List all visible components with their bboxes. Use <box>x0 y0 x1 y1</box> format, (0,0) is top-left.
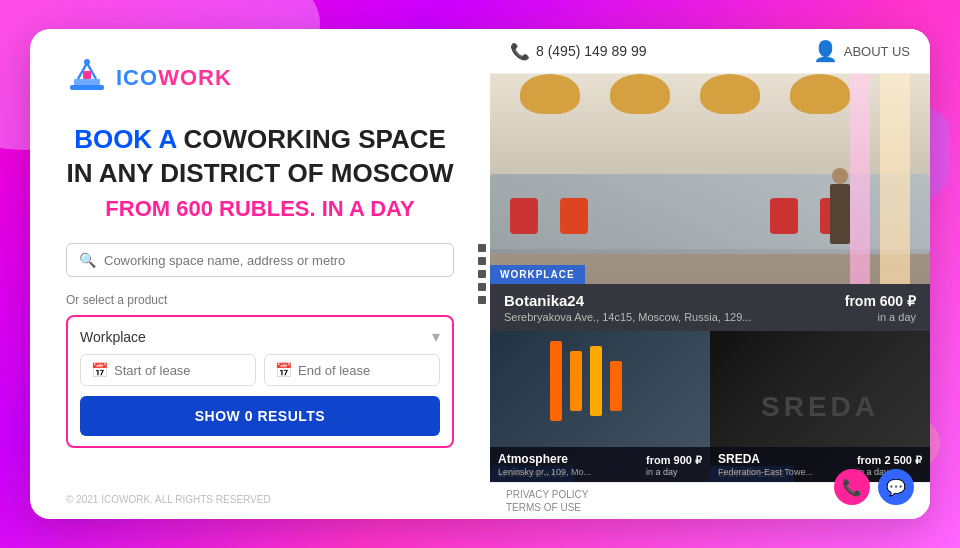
dot-5 <box>478 296 486 304</box>
terms-of-use-link[interactable]: TERMS OF USE <box>506 502 588 513</box>
fab-phone-button[interactable]: 📞 <box>834 469 870 505</box>
right-nav: 📞 8 (495) 149 89 99 👤 ABOUT US <box>490 29 930 74</box>
lamp-4 <box>790 74 850 114</box>
phone-number: 8 (495) 149 89 99 <box>536 43 647 59</box>
search-input[interactable] <box>104 253 441 268</box>
chair-2 <box>560 198 588 234</box>
user-icon: 👤 <box>813 39 838 63</box>
fab-phone-icon: 📞 <box>842 478 862 497</box>
venue-thumb-atmosphere[interactable]: WORKPLACE Atmosphere Leninsky pr., 109, … <box>490 331 710 482</box>
logo-text: ICOWORK <box>116 65 232 91</box>
dot-2 <box>478 257 486 265</box>
privacy-policy-link[interactable]: PRIVACY POLICY <box>506 489 588 500</box>
venue-thumb-sreda[interactable]: SREDA WORKPLACE SREDA Federation-East To… <box>710 331 930 482</box>
sreda-price: from 2 500 ₽ <box>857 454 922 467</box>
search-bar[interactable]: 🔍 <box>66 243 454 277</box>
dot-3 <box>478 270 486 278</box>
main-venue-image: WORKPLACE <box>490 74 930 284</box>
left-footer: © 2021 ICOWORK. ALL RIGHTS RESERVED <box>66 494 271 505</box>
about-us-link[interactable]: 👤 ABOUT US <box>813 39 910 63</box>
date-start-label: Start of lease <box>114 363 191 378</box>
atmosphere-bottom-row: Atmosphere Leninsky pr., 109, Mo... from… <box>498 452 702 477</box>
product-select-row[interactable]: Workplace ▾ <box>80 327 440 346</box>
select-label: Or select a product <box>66 293 454 307</box>
calendar-end-icon: 📅 <box>275 362 292 378</box>
logo-ico: ICO <box>116 65 158 90</box>
main-venue-name: Botanika24 <box>504 292 751 309</box>
sreda-address: Federation-East Towe... <box>718 467 813 477</box>
sreda-name-addr: SREDA Federation-East Towe... <box>718 452 813 477</box>
svg-rect-2 <box>83 71 91 79</box>
logo-icon <box>66 57 108 99</box>
orange-bar-2 <box>570 351 582 411</box>
product-select-area: Workplace ▾ 📅 Start of lease 📅 End of le… <box>66 315 454 448</box>
svg-rect-0 <box>70 85 104 90</box>
main-venue-price: from 600 ₽ <box>845 293 916 309</box>
orange-bar-3 <box>590 346 602 416</box>
orange-bar-1 <box>550 341 562 421</box>
headline-highlight: BOOK A <box>74 124 176 154</box>
headline: BOOK A COWORKING SPACE IN ANY DISTRICT O… <box>66 123 454 223</box>
chair-3 <box>770 198 798 234</box>
svg-rect-1 <box>74 79 100 85</box>
logo-work: WORK <box>158 65 232 90</box>
search-icon: 🔍 <box>79 252 96 268</box>
fab-chat-icon: 💬 <box>886 478 906 497</box>
atmosphere-address: Leninsky pr., 109, Mo... <box>498 467 591 477</box>
headline-main: BOOK A COWORKING SPACE IN ANY DISTRICT O… <box>66 123 454 191</box>
show-results-button[interactable]: SHOW 0 RESULTS <box>80 396 440 436</box>
fab-area: 📞 💬 <box>834 469 914 505</box>
dot-nav <box>478 244 486 304</box>
lamp-2 <box>610 74 670 114</box>
logo-area: ICOWORK <box>66 57 454 99</box>
orange-bar-4 <box>610 361 622 411</box>
atmosphere-price-area: from 900 ₽ in a day <box>646 454 702 477</box>
main-venue-address: Serebryakova Ave., 14c15, Moscow, Russia… <box>504 311 751 323</box>
thumbs-row: WORKPLACE Atmosphere Leninsky pr., 109, … <box>490 331 930 482</box>
pillar-colorful <box>850 74 870 284</box>
date-end-field[interactable]: 📅 End of lease <box>264 354 440 386</box>
lamp-3 <box>700 74 760 114</box>
main-venue-per: in a day <box>845 311 916 323</box>
date-row: 📅 Start of lease 📅 End of lease <box>80 354 440 386</box>
chair-1 <box>510 198 538 234</box>
atmosphere-name: Atmosphere <box>498 452 591 466</box>
date-start-field[interactable]: 📅 Start of lease <box>80 354 256 386</box>
phone-icon: 📞 <box>510 42 530 61</box>
about-us-label: ABOUT US <box>844 44 910 59</box>
date-end-label: End of lease <box>298 363 370 378</box>
product-select-value: Workplace <box>80 329 146 345</box>
atmosphere-per: in a day <box>646 467 702 477</box>
main-card: ICOWORK BOOK A COWORKING SPACE IN ANY DI… <box>30 29 930 519</box>
person-silhouette <box>830 184 850 244</box>
left-panel: ICOWORK BOOK A COWORKING SPACE IN ANY DI… <box>30 29 490 519</box>
main-venue-badge: WORKPLACE <box>490 265 585 284</box>
main-venue-details: Botanika24 Serebryakova Ave., 14c15, Mos… <box>504 292 751 323</box>
main-venue-info-bar: Botanika24 Serebryakova Ave., 14c15, Mos… <box>490 284 930 331</box>
atmosphere-price: from 900 ₽ <box>646 454 702 467</box>
sreda-bg-text: SREDA <box>761 391 879 423</box>
fab-chat-button[interactable]: 💬 <box>878 469 914 505</box>
pillar-warm <box>880 74 910 284</box>
sreda-name: SREDA <box>718 452 813 466</box>
svg-point-3 <box>84 59 90 65</box>
chevron-down-icon[interactable]: ▾ <box>432 327 440 346</box>
lamp-1 <box>520 74 580 114</box>
right-panel: 📞 8 (495) 149 89 99 👤 ABOUT US <box>490 29 930 519</box>
right-footer: PRIVACY POLICY TERMS OF USE 📞 💬 <box>490 482 930 519</box>
main-venue-price-area: from 600 ₽ in a day <box>845 293 916 323</box>
atmosphere-info: Atmosphere Leninsky pr., 109, Mo... from… <box>490 447 710 482</box>
footer-links: PRIVACY POLICY TERMS OF USE <box>506 489 588 513</box>
calendar-start-icon: 📅 <box>91 362 108 378</box>
office-bg <box>490 74 930 284</box>
phone-area[interactable]: 📞 8 (495) 149 89 99 <box>510 42 647 61</box>
dot-1 <box>478 244 486 252</box>
atmosphere-name-addr: Atmosphere Leninsky pr., 109, Mo... <box>498 452 591 477</box>
dot-4 <box>478 283 486 291</box>
headline-sub: FROM 600 RUBLES. IN A DAY <box>66 195 454 224</box>
